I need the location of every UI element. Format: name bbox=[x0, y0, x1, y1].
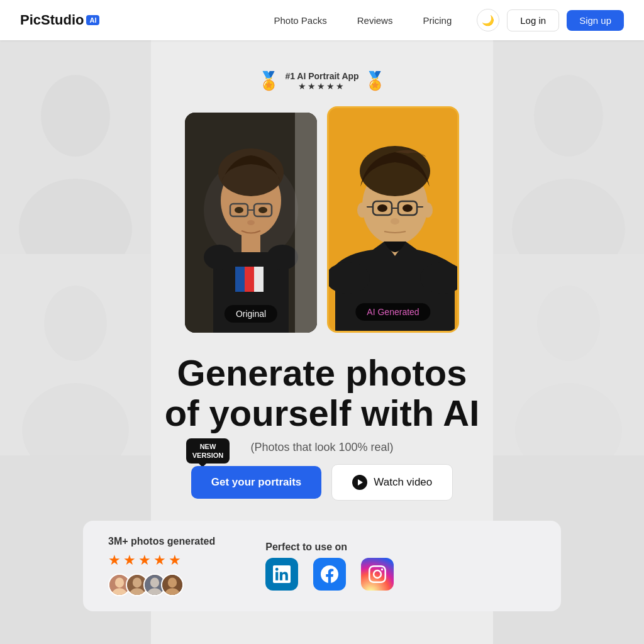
award-badge: 🏅 #1 AI Portrait App ★★★★★ 🏅 bbox=[258, 70, 386, 91]
nav-link-photo-packs[interactable]: Photo Packs bbox=[274, 15, 326, 26]
signup-button[interactable]: Sign up bbox=[567, 10, 624, 31]
bg-portrait-top-left bbox=[0, 40, 151, 254]
logo-text: PicStudio bbox=[20, 12, 84, 28]
play-icon bbox=[352, 475, 367, 490]
new-version-badge: NEW VERSION bbox=[186, 438, 230, 464]
svg-point-19 bbox=[235, 207, 243, 213]
instagram-icon[interactable] bbox=[361, 558, 394, 591]
star-2-icon: ★ bbox=[123, 552, 136, 569]
svg-point-1 bbox=[41, 75, 110, 157]
star-5-icon: ★ bbox=[169, 552, 181, 569]
proof-left: 3M+ photos generated ★ ★ ★ ★ ★ bbox=[108, 536, 215, 596]
svg-point-21 bbox=[247, 220, 255, 225]
svg-point-28 bbox=[204, 245, 235, 270]
svg-point-42 bbox=[357, 203, 367, 218]
star-4-icon: ★ bbox=[153, 552, 166, 569]
login-button[interactable]: Log in bbox=[507, 9, 559, 31]
hero-section: 🏅 #1 AI Portrait App ★★★★★ 🏅 bbox=[0, 40, 644, 644]
theme-toggle-button[interactable]: 🌙 bbox=[477, 9, 499, 31]
hero-heading: Generate photos of yourself with AI bbox=[165, 353, 480, 433]
award-text: #1 AI Portrait App ★★★★★ bbox=[285, 71, 358, 91]
svg-point-40 bbox=[402, 204, 413, 212]
original-label: Original bbox=[225, 305, 277, 323]
logo[interactable]: PicStudio AI bbox=[20, 12, 99, 28]
hero-subheading: (Photos that look 100% real) bbox=[250, 441, 393, 454]
photo-card-ai: AI Generated bbox=[327, 106, 459, 333]
ai-generated-label: AI Generated bbox=[355, 303, 430, 321]
logo-badge: AI bbox=[86, 15, 99, 25]
nav-link-pricing[interactable]: Pricing bbox=[423, 15, 452, 26]
award-stars: ★★★★★ bbox=[285, 81, 358, 91]
social-proof-section: 3M+ photos generated ★ ★ ★ ★ ★ bbox=[83, 521, 561, 611]
svg-point-57 bbox=[168, 577, 177, 587]
photo-comparison: Original bbox=[185, 106, 459, 333]
svg-rect-30 bbox=[295, 113, 317, 333]
photos-generated-label: 3M+ photos generated bbox=[108, 536, 215, 547]
cta-area: NEW VERSION Get your portraits Watch vid… bbox=[191, 464, 453, 501]
watch-video-button[interactable]: Watch video bbox=[331, 464, 453, 501]
svg-rect-25 bbox=[235, 267, 245, 292]
svg-point-41 bbox=[391, 218, 399, 225]
svg-point-29 bbox=[267, 245, 298, 270]
laurel-left-icon: 🏅 bbox=[258, 70, 280, 91]
svg-rect-22 bbox=[242, 235, 260, 254]
svg-rect-26 bbox=[245, 267, 254, 292]
svg-point-7 bbox=[534, 75, 603, 157]
svg-point-51 bbox=[133, 577, 142, 587]
bg-portrait-top-right bbox=[493, 40, 644, 254]
btn-portraits-wrapper: NEW VERSION Get your portraits bbox=[191, 466, 322, 499]
star-1-icon: ★ bbox=[108, 552, 121, 569]
star-3-icon: ★ bbox=[138, 552, 151, 569]
svg-point-4 bbox=[44, 286, 107, 361]
facebook-icon[interactable] bbox=[313, 558, 346, 591]
platform-label: Perfect to use on bbox=[265, 541, 394, 553]
svg-point-43 bbox=[423, 203, 433, 218]
nav-links: Photo Packs Reviews Pricing bbox=[274, 15, 452, 26]
social-icons bbox=[265, 558, 394, 591]
laurel-right-icon: 🏅 bbox=[364, 70, 386, 91]
svg-point-48 bbox=[115, 577, 124, 587]
svg-point-54 bbox=[150, 577, 159, 587]
award-title: #1 AI Portrait App bbox=[285, 71, 358, 81]
svg-rect-27 bbox=[254, 267, 264, 292]
avatar-4 bbox=[161, 574, 184, 596]
get-portraits-button[interactable]: Get your portraits bbox=[191, 466, 322, 499]
svg-point-10 bbox=[537, 286, 600, 361]
proof-right: Perfect to use on bbox=[265, 541, 394, 591]
svg-point-20 bbox=[258, 207, 267, 213]
user-avatars bbox=[108, 574, 215, 596]
nav-actions: 🌙 Log in Sign up bbox=[477, 9, 624, 31]
nav-link-reviews[interactable]: Reviews bbox=[357, 15, 393, 26]
play-triangle-icon bbox=[358, 479, 363, 486]
rating-stars: ★ ★ ★ ★ ★ bbox=[108, 552, 215, 569]
navbar: PicStudio AI Photo Packs Reviews Pricing… bbox=[0, 0, 644, 40]
svg-point-39 bbox=[377, 204, 387, 212]
linkedin-icon[interactable] bbox=[265, 558, 298, 591]
photo-card-original: Original bbox=[185, 113, 317, 333]
